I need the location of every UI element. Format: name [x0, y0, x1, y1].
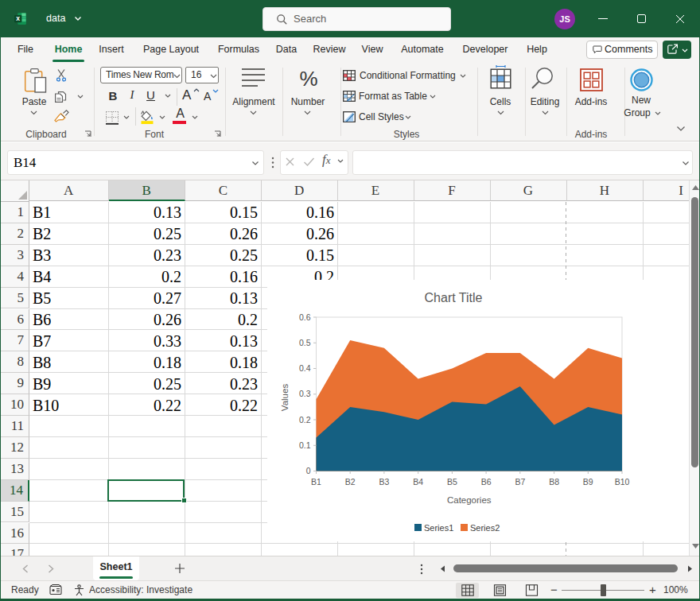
svg-text:B1: B1	[311, 477, 321, 487]
svg-text:B4: B4	[413, 477, 423, 487]
svg-text:B10: B10	[615, 477, 630, 487]
svg-text:Series1: Series1	[424, 523, 453, 533]
svg-text:B3: B3	[379, 477, 390, 487]
svg-text:0.1: 0.1	[299, 440, 311, 450]
svg-text:B5: B5	[447, 477, 457, 487]
svg-text:B2: B2	[345, 477, 356, 487]
svg-text:x: x	[16, 14, 20, 22]
svg-text:Series2: Series2	[470, 523, 500, 533]
svg-text:0.3: 0.3	[299, 389, 311, 398]
svg-text:Categories: Categories	[447, 495, 492, 505]
svg-text:0: 0	[306, 466, 311, 475]
svg-text:B9: B9	[583, 477, 593, 487]
svg-text:B8: B8	[549, 477, 559, 487]
svg-text:B6: B6	[481, 477, 492, 487]
svg-text:0.2: 0.2	[299, 415, 311, 425]
svg-text:0.6: 0.6	[299, 312, 311, 322]
svg-text:Chart Title: Chart Title	[425, 291, 483, 304]
svg-text:Values: Values	[280, 384, 290, 412]
svg-text:B7: B7	[515, 477, 525, 487]
svg-text:0.5: 0.5	[299, 338, 311, 347]
svg-text:0.4: 0.4	[299, 363, 311, 373]
